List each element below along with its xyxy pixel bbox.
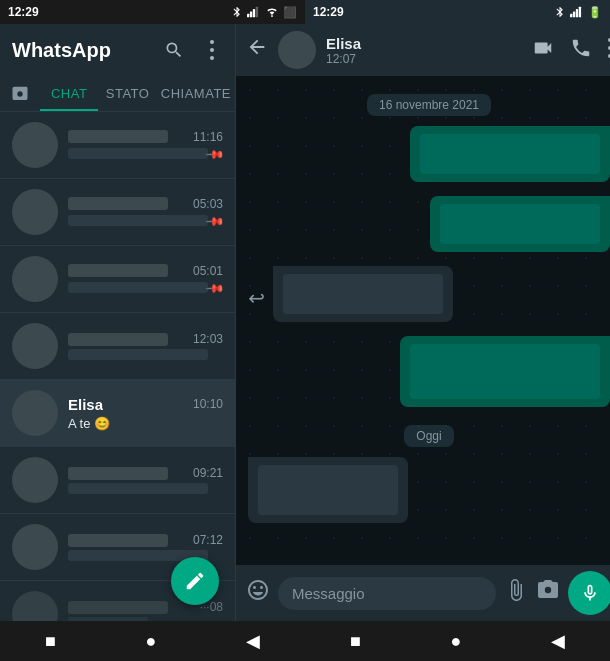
contact-avatar[interactable] xyxy=(278,31,316,69)
avatar xyxy=(12,591,58,621)
today-badge: Oggi xyxy=(248,425,610,447)
search-button[interactable] xyxy=(163,39,185,61)
back-button[interactable] xyxy=(246,36,268,64)
message-row xyxy=(248,126,610,190)
avatar xyxy=(12,457,58,503)
chat-preview-bar xyxy=(68,483,208,494)
right-header-icons xyxy=(532,37,610,63)
message-row: ↪ xyxy=(248,266,610,330)
chat-info: Elisa 10:10 A te 😊 xyxy=(68,396,223,431)
chat-name-bar xyxy=(68,534,168,547)
chat-name-bar xyxy=(68,467,168,480)
message-input-bar xyxy=(236,565,610,621)
chat-preview-bar xyxy=(68,349,208,360)
right-status-icons: 🔋 xyxy=(554,6,602,19)
svg-rect-6 xyxy=(576,9,578,17)
chat-preview-bar xyxy=(68,148,208,159)
pin-icon: 📌 xyxy=(205,277,226,298)
camera-tab-icon[interactable] xyxy=(0,76,40,111)
svg-point-8 xyxy=(210,40,214,44)
more-options-button[interactable] xyxy=(201,39,223,61)
tab-stato[interactable]: STATO xyxy=(98,76,156,111)
attachment-button[interactable] xyxy=(504,578,528,608)
nav-bar: ■ ● ◀ ■ ● ◀ xyxy=(0,621,610,661)
chat-info: 05:01 📌 xyxy=(68,264,223,295)
battery-icon: ⬛ xyxy=(283,6,297,19)
chat-item-elisa[interactable]: Elisa 10:10 A te 😊 xyxy=(0,380,235,447)
forward-icon: ↪ xyxy=(248,286,265,310)
nav-right-square-button[interactable]: ■ xyxy=(330,623,381,660)
right-battery-icon: 🔋 xyxy=(588,6,602,19)
left-header-icons xyxy=(163,39,223,61)
right-status-bar: 12:29 🔋 xyxy=(305,0,610,24)
avatar xyxy=(12,323,58,369)
app-title: WhatsApp xyxy=(12,39,111,62)
chat-preview-bar xyxy=(68,617,148,621)
chat-info: 11:16 📌 xyxy=(68,130,223,161)
chat-messages: 16 novembre 2021 ↪ xyxy=(236,76,610,565)
message-row xyxy=(248,196,610,260)
chat-info: 09:21 xyxy=(68,466,223,494)
chat-name-bar xyxy=(68,130,168,143)
signal-icon xyxy=(247,6,261,18)
chat-time: 05:01 xyxy=(193,264,223,278)
nav-square-button[interactable]: ■ xyxy=(25,623,76,660)
left-header: WhatsApp xyxy=(0,24,235,76)
message-input-field[interactable] xyxy=(278,577,496,610)
video-call-button[interactable] xyxy=(532,37,554,63)
right-signal-icon xyxy=(570,6,584,18)
avatar xyxy=(12,189,58,235)
chat-item[interactable]: 09:21 xyxy=(0,447,235,514)
compose-fab[interactable] xyxy=(171,557,219,605)
chat-name-elisa: Elisa xyxy=(68,396,103,413)
svg-rect-1 xyxy=(250,11,252,17)
chat-time: 07:12 xyxy=(193,533,223,547)
nav-home-button[interactable]: ● xyxy=(126,623,177,660)
avatar xyxy=(12,390,58,436)
chat-time: 12:03 xyxy=(193,332,223,346)
tab-chiamate[interactable]: CHIAMATE xyxy=(157,76,235,111)
nav-right-back-button[interactable]: ◀ xyxy=(531,622,585,660)
chat-item[interactable]: 12:03 xyxy=(0,313,235,380)
camera-button[interactable] xyxy=(536,578,560,608)
message-row xyxy=(248,336,610,415)
mic-button[interactable] xyxy=(568,571,610,615)
chat-item[interactable]: 11:16 📌 xyxy=(0,112,235,179)
contact-name: Elisa xyxy=(326,35,522,52)
chat-preview-bar xyxy=(68,215,208,226)
right-header: Elisa 12:07 xyxy=(236,24,610,76)
chat-name-bar xyxy=(68,333,168,346)
chat-name-bar xyxy=(68,197,168,210)
svg-rect-2 xyxy=(253,9,255,17)
pin-icon: 📌 xyxy=(205,210,226,231)
chat-name-bar xyxy=(68,601,168,614)
chat-info: 12:03 xyxy=(68,332,223,360)
contact-info: Elisa 12:07 xyxy=(326,35,522,66)
left-status-icons: ⬛ xyxy=(231,6,297,19)
svg-point-9 xyxy=(210,48,214,52)
chat-item[interactable]: 05:01 📌 xyxy=(0,246,235,313)
emoji-button[interactable] xyxy=(246,578,270,608)
message-bubble-sent xyxy=(410,126,610,182)
nav-back-button[interactable]: ◀ xyxy=(226,622,280,660)
message-bubble-received xyxy=(273,266,453,322)
svg-rect-5 xyxy=(573,11,575,17)
bluetooth-icon xyxy=(231,6,243,18)
message-bubble-sent xyxy=(400,336,610,407)
avatar xyxy=(12,524,58,570)
chat-preview-bar xyxy=(68,282,208,293)
message-row xyxy=(248,457,610,531)
chat-item[interactable]: 05:03 📌 xyxy=(0,179,235,246)
chat-preview-elisa: A te 😊 xyxy=(68,416,110,431)
contact-status: 12:07 xyxy=(326,52,522,66)
voice-call-button[interactable] xyxy=(570,37,592,63)
date-badge: 16 novembre 2021 xyxy=(248,94,610,116)
chat-time: 05:03 xyxy=(193,197,223,211)
right-bluetooth-icon xyxy=(554,6,566,18)
nav-right-home-button[interactable]: ● xyxy=(431,623,482,660)
avatar xyxy=(12,256,58,302)
tab-chat[interactable]: CHAT xyxy=(40,76,98,111)
chat-time: 09:21 xyxy=(193,466,223,480)
avatar xyxy=(12,122,58,168)
chat-info: 05:03 📌 xyxy=(68,197,223,228)
